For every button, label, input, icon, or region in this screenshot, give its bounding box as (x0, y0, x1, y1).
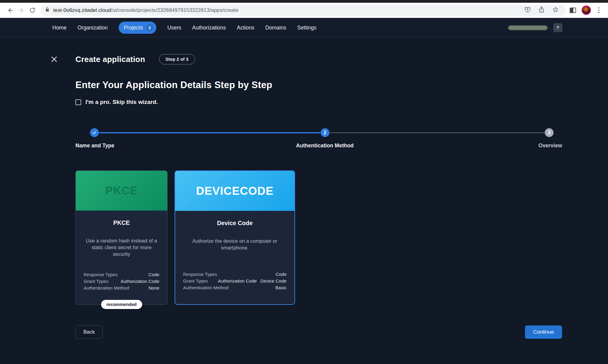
bookmark-star-icon[interactable] (552, 6, 559, 14)
skip-wizard-label: I'm a pro. Skip this wizard. (85, 99, 158, 105)
detail-row: Response Types Code (183, 272, 287, 277)
recommended-badge: recommended (101, 300, 142, 309)
skip-wizard-checkbox[interactable] (75, 99, 81, 105)
detail-label: Response Types (183, 272, 217, 277)
devicecode-card-body: Device Code Authorize the device on a co… (175, 211, 294, 304)
detail-label: Grant Types (84, 279, 108, 284)
url-domain: test-0o6zvq.zitadel.cloud (53, 7, 111, 13)
zitadel-console-window: test-0o6zvq.zitadel.cloud/ui/console/pro… (0, 0, 608, 364)
browser-menu-icon[interactable] (596, 6, 601, 14)
address-bar[interactable]: test-0o6zvq.zitadel.cloud/ui/console/pro… (40, 5, 566, 16)
browser-tab-strip (0, 0, 608, 3)
forward-icon[interactable] (16, 5, 27, 16)
wizard-actions: Back Continue (75, 325, 562, 339)
detail-row: Response Types Code (84, 272, 159, 277)
pkce-banner: PKCE (76, 171, 167, 211)
nav-item-home[interactable]: Home (52, 25, 67, 31)
nav-item-domains[interactable]: Domains (265, 25, 286, 31)
devicecode-title: Device Code (217, 220, 252, 227)
detail-label: Authentication Method (84, 285, 129, 290)
nav-item-settings[interactable]: Settings (297, 25, 316, 31)
pkce-details: Response Types Code Grant Types Authoriz… (84, 272, 159, 290)
continue-button[interactable]: Continue (525, 325, 562, 339)
devicecode-details: Response Types Code Grant Types Authoriz… (183, 272, 287, 290)
wizard-header: Create application Step 2 of 3 (49, 54, 608, 64)
detail-label: Authentication Method (183, 285, 228, 290)
pkce-card-body: PKCE Use a random hash instead of a stat… (76, 211, 167, 304)
stepper-line-done (99, 132, 320, 133)
share-icon[interactable] (539, 6, 544, 14)
detail-value: Basic (275, 285, 287, 290)
browser-controls (570, 5, 603, 15)
devicecode-description: Authorize the device on a computer or sm… (183, 238, 287, 251)
auth-method-card-pkce[interactable]: PKCE PKCE Use a random hash instead of a… (75, 170, 168, 305)
skip-wizard-row: I'm a pro. Skip this wizard. (75, 99, 562, 105)
step-3-label: Overview (538, 143, 562, 149)
profile-avatar[interactable] (582, 5, 591, 15)
side-panel-icon[interactable] (570, 8, 576, 13)
nav-item-organization[interactable]: Organization (78, 25, 108, 31)
back-button[interactable]: Back (75, 325, 103, 339)
reload-icon[interactable] (27, 5, 38, 16)
omnibox-actions (524, 6, 562, 14)
auth-method-card-devicecode[interactable]: DEVICECODE Device Code Authorize the dev… (175, 170, 295, 305)
nav-item-projects[interactable]: Projects 2 (119, 22, 156, 34)
projects-count-badge: 2 (146, 24, 153, 31)
nav-item-users[interactable]: Users (167, 25, 181, 31)
wizard-content: Enter Your Application Details Step by S… (75, 80, 562, 339)
pkce-title: PKCE (113, 219, 130, 226)
url-path: /ui/console/projects/232684979153322813/… (111, 7, 238, 13)
url-text: test-0o6zvq.zitadel.cloud/ui/console/pro… (53, 7, 520, 13)
detail-value: None (148, 285, 159, 290)
wizard-heading: Enter Your Application Details Step by S… (75, 80, 562, 91)
page-title: Create application (75, 55, 145, 64)
nav-item-actions[interactable]: Actions (237, 25, 254, 31)
close-icon[interactable] (49, 54, 59, 64)
detail-row: Authentication Method Basic (183, 285, 287, 290)
help-button[interactable]: ? (553, 23, 562, 32)
org-loading-skeleton (508, 25, 548, 30)
step-chip: Step 2 of 3 (159, 54, 195, 64)
detail-value: Code (148, 272, 159, 277)
step-1-circle[interactable] (90, 128, 99, 137)
detail-row: Grant Types Authorization CodeDevice Cod… (183, 278, 287, 283)
step-3-circle[interactable]: 3 (545, 128, 554, 137)
detail-row: Grant Types Authorization Code (84, 279, 159, 284)
detail-value-2: Device Code (260, 278, 287, 283)
pkce-description: Use a random hash instead of a static cl… (84, 238, 159, 258)
devicecode-banner: DEVICECODE (175, 171, 294, 211)
detail-label: Response Types (84, 272, 117, 277)
step-2-label: Authentication Method (296, 143, 354, 149)
detail-value: Authorization Code (218, 278, 257, 283)
nav-right: ? (508, 23, 562, 32)
nav-items: Home Organization Projects 2 Users Autho… (52, 22, 316, 34)
check-icon (92, 130, 97, 135)
detail-label: Grant Types (183, 278, 208, 283)
wizard-stepper: 2 3 Name and Type Authentication Method … (75, 128, 562, 151)
step-1-label: Name and Type (75, 143, 114, 149)
browser-toolbar: test-0o6zvq.zitadel.cloud/ui/console/pro… (0, 3, 608, 18)
console-nav: Home Organization Projects 2 Users Autho… (0, 18, 608, 38)
nav-item-projects-label: Projects (124, 25, 143, 31)
step-2-circle[interactable]: 2 (321, 128, 329, 137)
detail-value: Code (276, 272, 287, 277)
detail-row: Authentication Method None (84, 285, 159, 290)
lock-icon (45, 7, 50, 13)
back-icon[interactable] (5, 5, 16, 16)
nav-item-authorizations[interactable]: Authorizations (192, 25, 226, 31)
auth-method-cards: PKCE PKCE Use a random hash instead of a… (75, 170, 562, 305)
stepper-line-todo (330, 132, 544, 133)
install-icon[interactable] (524, 7, 531, 14)
detail-value: Authorization Code (120, 279, 159, 284)
